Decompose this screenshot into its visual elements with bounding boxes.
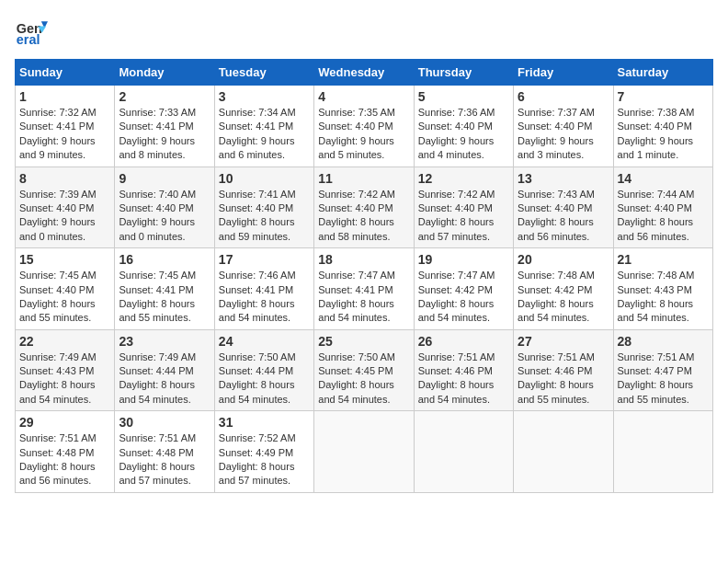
day-cell: 1 Sunrise: 7:32 AM Sunset: 4:41 PM Dayli… bbox=[16, 86, 115, 167]
day-info: Sunrise: 7:35 AM Sunset: 4:40 PM Dayligh… bbox=[318, 106, 409, 163]
day-cell: 8 Sunrise: 7:39 AM Sunset: 4:40 PM Dayli… bbox=[16, 167, 115, 248]
day-number: 29 bbox=[19, 415, 110, 430]
day-number: 5 bbox=[418, 89, 509, 104]
day-cell: 12 Sunrise: 7:42 AM Sunset: 4:40 PM Dayl… bbox=[414, 167, 513, 248]
day-number: 8 bbox=[19, 171, 110, 186]
day-number: 26 bbox=[418, 334, 509, 349]
day-cell: 24 Sunrise: 7:50 AM Sunset: 4:44 PM Dayl… bbox=[214, 329, 313, 411]
day-info: Sunrise: 7:46 AM Sunset: 4:41 PM Dayligh… bbox=[219, 269, 310, 326]
day-info: Sunrise: 7:37 AM Sunset: 4:40 PM Dayligh… bbox=[518, 106, 609, 163]
day-info: Sunrise: 7:42 AM Sunset: 4:40 PM Dayligh… bbox=[318, 188, 409, 245]
day-cell: 4 Sunrise: 7:35 AM Sunset: 4:40 PM Dayli… bbox=[314, 86, 414, 167]
week-row-5: 29 Sunrise: 7:51 AM Sunset: 4:48 PM Dayl… bbox=[16, 411, 713, 493]
day-cell: 14 Sunrise: 7:44 AM Sunset: 4:40 PM Dayl… bbox=[613, 167, 712, 248]
day-cell: 23 Sunrise: 7:49 AM Sunset: 4:44 PM Dayl… bbox=[115, 329, 214, 411]
day-cell: 29 Sunrise: 7:51 AM Sunset: 4:48 PM Dayl… bbox=[16, 411, 115, 493]
day-cell: 21 Sunrise: 7:48 AM Sunset: 4:43 PM Dayl… bbox=[613, 248, 712, 330]
day-info: Sunrise: 7:51 AM Sunset: 4:46 PM Dayligh… bbox=[518, 350, 609, 408]
day-cell: 28 Sunrise: 7:51 AM Sunset: 4:47 PM Dayl… bbox=[613, 329, 712, 411]
day-cell: 31 Sunrise: 7:52 AM Sunset: 4:49 PM Dayl… bbox=[214, 411, 313, 493]
day-cell bbox=[613, 411, 712, 493]
col-header-saturday: Saturday bbox=[613, 60, 712, 86]
day-info: Sunrise: 7:38 AM Sunset: 4:40 PM Dayligh… bbox=[618, 106, 709, 163]
day-info: Sunrise: 7:49 AM Sunset: 4:44 PM Dayligh… bbox=[119, 350, 210, 408]
day-info: Sunrise: 7:48 AM Sunset: 4:42 PM Dayligh… bbox=[518, 269, 609, 326]
day-number: 12 bbox=[418, 171, 509, 186]
day-cell: 16 Sunrise: 7:45 AM Sunset: 4:41 PM Dayl… bbox=[115, 248, 214, 330]
col-header-sunday: Sunday bbox=[16, 60, 115, 86]
day-cell: 3 Sunrise: 7:34 AM Sunset: 4:41 PM Dayli… bbox=[214, 86, 313, 167]
day-cell: 19 Sunrise: 7:47 AM Sunset: 4:42 PM Dayl… bbox=[414, 248, 513, 330]
day-number: 21 bbox=[618, 252, 709, 267]
day-number: 3 bbox=[219, 89, 310, 104]
calendar-table: SundayMondayTuesdayWednesdayThursdayFrid… bbox=[15, 59, 713, 493]
day-cell: 2 Sunrise: 7:33 AM Sunset: 4:41 PM Dayli… bbox=[115, 86, 214, 167]
day-info: Sunrise: 7:52 AM Sunset: 4:49 PM Dayligh… bbox=[219, 431, 310, 488]
day-info: Sunrise: 7:51 AM Sunset: 4:46 PM Dayligh… bbox=[418, 350, 509, 408]
day-info: Sunrise: 7:45 AM Sunset: 4:41 PM Dayligh… bbox=[119, 269, 210, 326]
day-number: 11 bbox=[318, 171, 409, 186]
day-info: Sunrise: 7:49 AM Sunset: 4:43 PM Dayligh… bbox=[19, 350, 110, 408]
day-number: 4 bbox=[318, 89, 409, 104]
day-number: 24 bbox=[219, 334, 310, 349]
day-number: 16 bbox=[119, 252, 210, 267]
col-header-tuesday: Tuesday bbox=[214, 60, 313, 86]
col-header-wednesday: Wednesday bbox=[314, 60, 414, 86]
day-number: 17 bbox=[219, 252, 310, 267]
day-number: 22 bbox=[19, 334, 110, 349]
day-number: 9 bbox=[119, 171, 210, 186]
day-cell bbox=[414, 411, 513, 493]
day-cell: 15 Sunrise: 7:45 AM Sunset: 4:40 PM Dayl… bbox=[16, 248, 115, 330]
col-header-monday: Monday bbox=[115, 60, 214, 86]
day-info: Sunrise: 7:47 AM Sunset: 4:41 PM Dayligh… bbox=[318, 269, 409, 326]
week-row-4: 22 Sunrise: 7:49 AM Sunset: 4:43 PM Dayl… bbox=[16, 329, 713, 411]
day-info: Sunrise: 7:34 AM Sunset: 4:41 PM Dayligh… bbox=[219, 106, 310, 163]
day-info: Sunrise: 7:51 AM Sunset: 4:47 PM Dayligh… bbox=[618, 350, 709, 408]
day-info: Sunrise: 7:51 AM Sunset: 4:48 PM Dayligh… bbox=[119, 431, 210, 488]
day-cell: 11 Sunrise: 7:42 AM Sunset: 4:40 PM Dayl… bbox=[314, 167, 414, 248]
day-cell: 10 Sunrise: 7:41 AM Sunset: 4:40 PM Dayl… bbox=[214, 167, 313, 248]
day-info: Sunrise: 7:50 AM Sunset: 4:44 PM Dayligh… bbox=[219, 350, 310, 408]
day-cell: 25 Sunrise: 7:50 AM Sunset: 4:45 PM Dayl… bbox=[314, 329, 414, 411]
day-cell: 17 Sunrise: 7:46 AM Sunset: 4:41 PM Dayl… bbox=[214, 248, 313, 330]
day-info: Sunrise: 7:51 AM Sunset: 4:48 PM Dayligh… bbox=[19, 431, 110, 488]
page-header: Gen eral bbox=[15, 15, 713, 48]
day-number: 31 bbox=[219, 415, 310, 430]
col-header-friday: Friday bbox=[514, 60, 613, 86]
day-number: 20 bbox=[518, 252, 609, 267]
day-cell: 22 Sunrise: 7:49 AM Sunset: 4:43 PM Dayl… bbox=[16, 329, 115, 411]
day-cell: 7 Sunrise: 7:38 AM Sunset: 4:40 PM Dayli… bbox=[613, 86, 712, 167]
day-info: Sunrise: 7:32 AM Sunset: 4:41 PM Dayligh… bbox=[19, 106, 110, 163]
day-number: 6 bbox=[518, 89, 609, 104]
day-info: Sunrise: 7:43 AM Sunset: 4:40 PM Dayligh… bbox=[518, 188, 609, 245]
day-info: Sunrise: 7:48 AM Sunset: 4:43 PM Dayligh… bbox=[618, 269, 709, 326]
day-number: 2 bbox=[119, 89, 210, 104]
day-cell: 26 Sunrise: 7:51 AM Sunset: 4:46 PM Dayl… bbox=[414, 329, 513, 411]
day-number: 18 bbox=[318, 252, 409, 267]
day-cell bbox=[314, 411, 414, 493]
day-info: Sunrise: 7:42 AM Sunset: 4:40 PM Dayligh… bbox=[418, 188, 509, 245]
day-number: 27 bbox=[518, 334, 609, 349]
day-number: 23 bbox=[119, 334, 210, 349]
svg-text:eral: eral bbox=[17, 32, 40, 47]
day-info: Sunrise: 7:47 AM Sunset: 4:42 PM Dayligh… bbox=[418, 269, 509, 326]
day-number: 13 bbox=[518, 171, 609, 186]
day-number: 15 bbox=[19, 252, 110, 267]
logo-icon: Gen eral bbox=[15, 15, 48, 48]
day-info: Sunrise: 7:40 AM Sunset: 4:40 PM Dayligh… bbox=[119, 188, 210, 245]
day-number: 25 bbox=[318, 334, 409, 349]
week-row-1: 1 Sunrise: 7:32 AM Sunset: 4:41 PM Dayli… bbox=[16, 86, 713, 167]
day-cell: 5 Sunrise: 7:36 AM Sunset: 4:40 PM Dayli… bbox=[414, 86, 513, 167]
day-cell bbox=[514, 411, 613, 493]
day-info: Sunrise: 7:36 AM Sunset: 4:40 PM Dayligh… bbox=[418, 106, 509, 163]
day-number: 30 bbox=[119, 415, 210, 430]
day-info: Sunrise: 7:33 AM Sunset: 4:41 PM Dayligh… bbox=[119, 106, 210, 163]
week-row-3: 15 Sunrise: 7:45 AM Sunset: 4:40 PM Dayl… bbox=[16, 248, 713, 330]
day-info: Sunrise: 7:41 AM Sunset: 4:40 PM Dayligh… bbox=[219, 188, 310, 245]
day-cell: 18 Sunrise: 7:47 AM Sunset: 4:41 PM Dayl… bbox=[314, 248, 414, 330]
day-info: Sunrise: 7:45 AM Sunset: 4:40 PM Dayligh… bbox=[19, 269, 110, 326]
day-number: 1 bbox=[19, 89, 110, 104]
logo: Gen eral bbox=[15, 15, 51, 48]
week-row-2: 8 Sunrise: 7:39 AM Sunset: 4:40 PM Dayli… bbox=[16, 167, 713, 248]
day-cell: 6 Sunrise: 7:37 AM Sunset: 4:40 PM Dayli… bbox=[514, 86, 613, 167]
